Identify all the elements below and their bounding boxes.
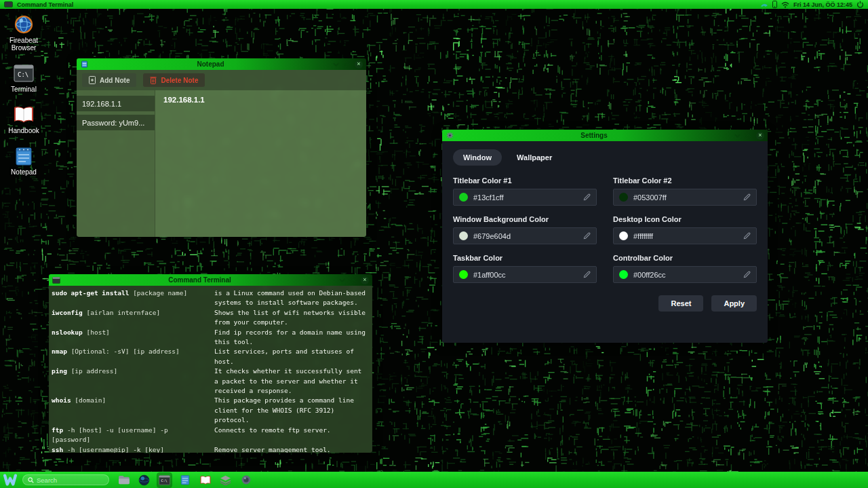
close-icon[interactable]: × [361, 276, 369, 284]
note-list-item[interactable]: 192.168.1.1 [77, 96, 155, 111]
desktop-icon-terminal[interactable]: C:\ Terminal [3, 62, 45, 93]
svg-text:C:\: C:\ [161, 478, 167, 483]
edit-icon[interactable] [743, 232, 751, 240]
maximize-icon[interactable] [350, 278, 356, 282]
edit-icon[interactable] [743, 271, 751, 278]
note-content-area[interactable]: 192.168.1.1 [155, 90, 366, 237]
taskbar-settings-icon[interactable] [239, 473, 253, 487]
settings-titlebar[interactable]: Settings × [442, 130, 768, 141]
terminal-row: ftp -h [host] -u [username] -p [password… [52, 426, 368, 445]
command-args: [ip address] [71, 367, 118, 375]
notepad-window-icon [80, 60, 88, 69]
clock[interactable]: Fri 14 Jun, ÖÖ 12:45 [793, 1, 852, 8]
command-text: iwconfig [52, 309, 83, 316]
taskbar-search[interactable] [22, 474, 109, 485]
field-titlebar-color-1: Titlebar Color #1 #13cf1cff [453, 176, 597, 206]
svg-text:C:\: C:\ [18, 71, 28, 78]
desktop-icon-notepad[interactable]: Notepad [3, 145, 45, 176]
phone-icon[interactable] [772, 1, 777, 8]
apply-button[interactable]: Apply [711, 295, 757, 312]
command-text: nmap [52, 348, 67, 355]
color-value: #1aff00cc [473, 271, 578, 279]
trash-icon [150, 76, 157, 84]
color-input[interactable]: #1aff00cc [453, 266, 597, 283]
color-swatch [459, 270, 468, 279]
start-menu-icon[interactable] [3, 474, 17, 486]
command-args: -h [username@ip] -k [key] [67, 446, 164, 453]
terminal-row: sudo apt-get install [package name] is a… [52, 288, 368, 308]
command-args: [host] [87, 329, 110, 336]
color-value: #13cf1cff [473, 193, 578, 202]
taskbar-layers-icon[interactable] [218, 473, 233, 487]
terminal-row: ping [ip address] It checks whether it s… [52, 367, 368, 396]
desktop-icon-label: Terminal [11, 86, 37, 93]
search-input[interactable] [37, 476, 98, 484]
power-icon[interactable] [856, 1, 864, 8]
handbook-icon [13, 104, 35, 126]
field-controlbar-color: Controlbar Color #00ff26cc [613, 254, 757, 283]
command-text: ssh [52, 446, 63, 453]
color-swatch [619, 270, 628, 279]
color-value: #00ff26cc [633, 271, 738, 279]
taskbar-browser-icon[interactable] [137, 473, 151, 487]
settings-window-title: Settings [454, 132, 734, 139]
command-description: Remove server management tool. [214, 445, 368, 453]
close-icon[interactable]: × [756, 132, 764, 140]
taskbar-handbook-icon[interactable] [198, 473, 212, 487]
notes-list: 192.168.1.1 Password: yUm9... [77, 90, 155, 237]
add-note-button[interactable]: Add Note [82, 73, 136, 87]
wifi-icon[interactable] [781, 1, 789, 8]
close-icon[interactable]: × [355, 60, 363, 69]
color-input[interactable]: #13cf1cff [453, 189, 597, 206]
command-description: It checks whether it successfully sent a… [214, 367, 368, 396]
field-titlebar-color-2: Titlebar Color #2 #053007ff [613, 176, 757, 206]
edit-icon[interactable] [743, 193, 751, 201]
color-input[interactable]: #679e604d [453, 227, 597, 244]
field-label: Desktop Icon Color [613, 215, 757, 223]
settings-body: Window Wallpaper Titlebar Color #1 #13cf… [442, 141, 768, 343]
command-args: [domain] [75, 396, 106, 404]
taskbar-notepad-icon[interactable] [178, 473, 192, 487]
field-label: Titlebar Color #1 [453, 176, 597, 185]
note-content-title: 192.168.1.1 [163, 96, 358, 104]
terminal-output[interactable]: sudo apt-get install [package name] is a… [49, 286, 372, 453]
terminal-row: nslookup [host] Find ip records for a do… [52, 328, 368, 348]
desktop-icon-browser[interactable]: Fireabeat Browser [3, 14, 45, 52]
desktop-icon-handbook[interactable]: Handbook [3, 104, 45, 134]
minimize-icon[interactable] [734, 134, 741, 138]
terminal-row: whois [domain] This package provides a c… [52, 396, 368, 425]
color-input[interactable]: #00ff26cc [613, 266, 757, 283]
minimize-icon[interactable] [333, 62, 339, 67]
notepad-titlebar[interactable]: Notepad × [77, 58, 366, 70]
field-label: Controlbar Color [613, 254, 757, 262]
notepad-window: Notepad × Add Note Delete Note 192.168.1… [77, 58, 366, 237]
minimize-icon[interactable] [339, 278, 345, 282]
note-list-item[interactable]: Password: yUm9... [77, 115, 155, 130]
maximize-icon[interactable] [344, 62, 350, 67]
color-input[interactable]: #ffffffff [613, 227, 757, 244]
network-icon[interactable] [760, 1, 768, 8]
terminal-app-icon: C:\ [13, 62, 35, 84]
taskbar-terminal-icon[interactable]: C:\ [157, 473, 172, 487]
maximize-icon[interactable] [745, 134, 751, 138]
edit-icon[interactable] [583, 193, 591, 201]
taskbar: C:\ [0, 472, 868, 488]
field-desktop-icon-color: Desktop Icon Color #ffffffff [613, 215, 757, 244]
command-args: [Optional: -sV] [ip address] [71, 348, 180, 355]
terminal-window: Command Terminal × sudo apt-get install … [49, 274, 372, 453]
command-description: is a Linux command used on Debian-based … [214, 288, 368, 308]
terminal-titlebar[interactable]: Command Terminal × [49, 274, 372, 286]
reset-button[interactable]: Reset [658, 295, 703, 312]
taskbar-files-icon[interactable] [117, 473, 131, 487]
notepad-window-title: Notepad [88, 60, 333, 68]
command-description: List services, ports and statuses of hos… [214, 347, 368, 367]
edit-icon[interactable] [583, 271, 591, 278]
delete-note-button[interactable]: Delete Note [143, 73, 205, 87]
color-value: #679e604d [473, 232, 578, 240]
color-input[interactable]: #053007ff [613, 189, 757, 206]
tab-window[interactable]: Window [453, 149, 502, 166]
edit-icon[interactable] [583, 232, 591, 240]
desktop-icon-label: Handbook [8, 127, 39, 134]
search-icon [28, 477, 34, 483]
tab-wallpaper[interactable]: Wallpaper [517, 153, 552, 162]
